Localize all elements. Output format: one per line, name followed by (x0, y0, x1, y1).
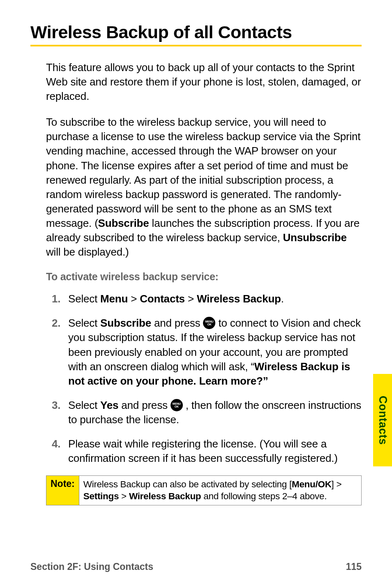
yes-word: Yes (100, 399, 118, 411)
menu-word: Menu (100, 293, 128, 305)
menu-ok-icon: MENUOK (203, 317, 215, 329)
side-tab: Contacts (373, 374, 392, 466)
icon-line1: MENU (205, 320, 214, 323)
steps-list: 1. Select Menu > Contacts > Wireless Bac… (46, 292, 362, 466)
wireless-backup-word: Wireless Backup (197, 293, 281, 305)
menu-ok-icon: MENUOK (171, 399, 183, 411)
text: > (119, 491, 129, 501)
icon-line2: OK (175, 405, 179, 408)
step-body: Please wait while registering the licens… (68, 437, 362, 466)
wireless-backup-word: Wireless Backup (129, 491, 201, 501)
text: Select (68, 317, 100, 329)
service-post: will be displayed.) (46, 246, 129, 258)
step-number: 2. (52, 316, 68, 388)
content-area: This feature allows you to back up all o… (30, 60, 362, 505)
side-tab-label: Contacts (376, 396, 389, 445)
text: . (281, 293, 284, 305)
sep: > (185, 293, 197, 305)
subscribe-word: Subscribe (98, 217, 149, 229)
sep: > (128, 293, 140, 305)
intro-paragraph: This feature allows you to back up all o… (46, 60, 362, 104)
page-title: Wireless Backup of all Contacts (30, 22, 362, 42)
step-number: 3. (52, 398, 68, 427)
step-number: 4. (52, 437, 68, 466)
step-number: 1. (52, 292, 68, 306)
step-body: Select Menu > Contacts > Wireless Backup… (68, 292, 362, 306)
subscribe-word: Subscribe (100, 317, 151, 329)
note-body: Wireless Backup can also be activated by… (79, 476, 361, 505)
text: Select (68, 293, 100, 305)
text: Wireless Backup can also be activated by… (83, 479, 292, 489)
section-label: Section 2F: Using Contacts (30, 561, 153, 572)
text: ] > (332, 479, 342, 489)
settings-word: Settings (83, 491, 119, 501)
text: and press (151, 317, 203, 329)
menu-ok-word: Menu/OK (292, 479, 332, 489)
service-paragraph: To subscribe to the wireless backup serv… (46, 115, 362, 259)
unsubscribe-word: Unsubscribe (283, 231, 347, 244)
text: and following steps 2–4 above. (201, 491, 327, 501)
step-body: Select Subscribe and press MENUOK to con… (68, 316, 362, 388)
step-2: 2. Select Subscribe and press MENUOK to … (52, 316, 362, 388)
title-underline (30, 45, 362, 46)
step-1: 1. Select Menu > Contacts > Wireless Bac… (52, 292, 362, 306)
icon-line2: OK (207, 323, 211, 326)
page-number: 115 (346, 561, 362, 572)
note-label: Note: (46, 476, 79, 505)
service-pre: To subscribe to the wireless backup serv… (46, 116, 360, 229)
note-box: Note: Wireless Backup can also be activa… (46, 475, 362, 505)
step-4: 4. Please wait while registering the lic… (52, 437, 362, 466)
text: Select (68, 399, 100, 411)
procedure-heading: To activate wireless backup service: (46, 271, 362, 283)
contacts-word: Contacts (140, 293, 185, 305)
step-3: 3. Select Yes and press MENUOK , then fo… (52, 398, 362, 427)
icon-line1: MENU (173, 402, 181, 405)
page-footer: Section 2F: Using Contacts 115 (30, 561, 362, 572)
text: and press (118, 399, 170, 411)
step-body: Select Yes and press MENUOK , then follo… (68, 398, 362, 427)
